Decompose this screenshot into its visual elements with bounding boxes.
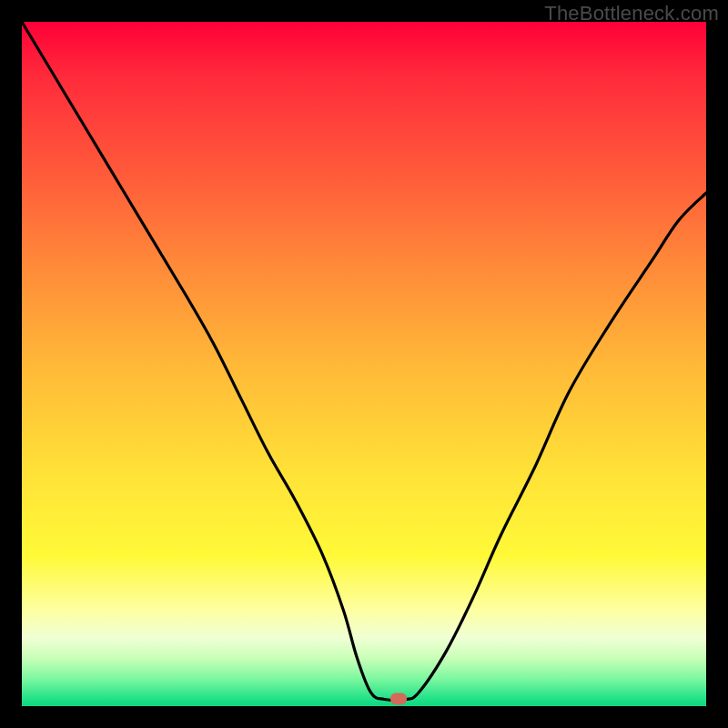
min-marker — [390, 693, 407, 705]
outer-frame: TheBottleneck.com — [0, 0, 728, 728]
plot-area — [22, 22, 706, 706]
curve-svg — [22, 22, 706, 706]
bottleneck-curve — [22, 22, 706, 700]
